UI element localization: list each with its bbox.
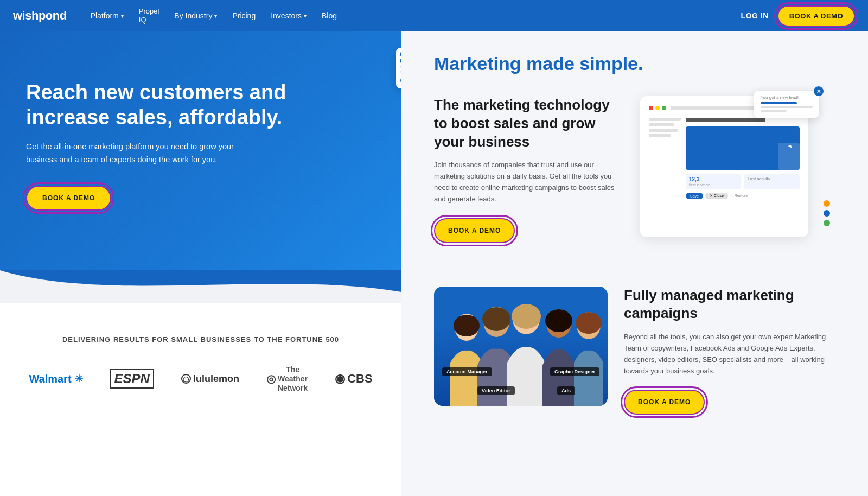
- book-demo-hero-button[interactable]: BOOK A DEMO: [26, 186, 111, 211]
- managed-content: Account Manager Graphic Designer Video E…: [434, 287, 835, 415]
- dashboard-mockup-area: 12,3 first named Last activity: [640, 96, 835, 237]
- dash-close-btn: ✕ Close: [705, 193, 728, 199]
- hero-content: Reach new customers and increase sales, …: [0, 31, 401, 270]
- mockup-btn-row: [400, 77, 401, 84]
- navbar: wishpond Platform ▾ PropelIQ By Industry…: [0, 0, 868, 31]
- nav-platform[interactable]: Platform ▾: [84, 7, 130, 24]
- nav-right: LOG IN BOOK A DEMO: [741, 5, 855, 27]
- team-illustration: [434, 287, 608, 406]
- sidebar-item: [649, 118, 681, 121]
- svg-point-10: [454, 315, 480, 336]
- dash-url-bar: [671, 106, 764, 110]
- dash-restore-link: ☞ Restore: [730, 194, 748, 198]
- managed-title: Fully managed marketing campaigns: [624, 287, 835, 323]
- dash-content: 12,3 first named Last activity: [649, 118, 800, 199]
- hero-subtitle: Get the all-in-one marketing platform yo…: [26, 141, 243, 166]
- float-card-close: ✕: [814, 86, 824, 96]
- boost-content: The marketing technology to boost sales …: [434, 96, 618, 243]
- dash-float-card: ✕ You got a new lead!: [754, 91, 819, 118]
- chevron-down-icon: ▾: [214, 13, 217, 19]
- dash-stat-item: 12,3 first named: [686, 174, 741, 189]
- mockup-cell: [400, 70, 401, 73]
- dash-blue-content: [686, 126, 800, 170]
- lululemon-circle-icon: ◯: [181, 374, 191, 384]
- marketing-simple-title: Marketing made simple.: [434, 53, 835, 74]
- book-demo-nav-button[interactable]: BOOK A DEMO: [777, 5, 855, 27]
- dash-activity-dots: [824, 200, 830, 226]
- dashboard-container: 12,3 first named Last activity: [640, 96, 835, 237]
- svg-point-12: [482, 307, 510, 331]
- logos-row: Walmart ✳ ESPN ◯ lululemon ◎ TheWeatherN…: [29, 365, 372, 392]
- wave-area: [0, 270, 401, 303]
- mockup-bar: [400, 52, 401, 56]
- nav-links: Platform ▾ PropelIQ By Industry ▾ Pricin…: [84, 3, 343, 28]
- weather-circle-icon: ◎: [266, 372, 276, 385]
- cbs-logo: ◉ CBS: [335, 372, 372, 386]
- lululemon-logo: ◯ lululemon: [181, 373, 239, 385]
- mockup-bar-short: [400, 59, 401, 63]
- sidebar-item: [649, 123, 674, 126]
- marketing-simple-section: Marketing made simple.: [401, 31, 868, 85]
- managed-text: Fully managed marketing campaigns Beyond…: [624, 287, 835, 415]
- book-demo-boost-button[interactable]: BOOK A DEMO: [434, 218, 515, 243]
- lower-left-section: DELIVERING RESULTS FOR SMALL BUSINESSES …: [0, 303, 401, 425]
- chevron-down-icon: ▾: [304, 13, 307, 19]
- hero-title: Reach new customers and increase sales, …: [26, 80, 297, 130]
- close-dot: [649, 106, 653, 110]
- managed-team-image: Account Manager Graphic Designer Video E…: [434, 287, 608, 406]
- boost-section: The marketing technology to boost sales …: [401, 85, 868, 265]
- right-column: Marketing made simple. The marketing tec…: [401, 31, 868, 496]
- hero-wave: [0, 270, 401, 303]
- svg-point-18: [576, 312, 602, 334]
- delivering-title: DELIVERING RESULTS FOR SMALL BUSINESSES …: [62, 335, 339, 344]
- dash-save-btn: Save: [686, 193, 703, 199]
- cbs-eye-icon: ◉: [335, 372, 345, 386]
- hero-mockup: [396, 48, 401, 88]
- page-layout: Reach new customers and increase sales, …: [0, 31, 868, 496]
- dash-sidebar: [649, 118, 681, 199]
- hero-section: Reach new customers and increase sales, …: [0, 31, 401, 270]
- dash-window-controls: [649, 106, 666, 110]
- svg-point-14: [512, 304, 541, 329]
- dash-bottom-row: Save ✕ Close ☞ Restore: [686, 193, 800, 199]
- weather-network-logo: ◎ TheWeatherNetwork: [266, 365, 308, 392]
- role-tag-ads: Ads: [557, 386, 575, 395]
- mockup-row: [400, 70, 401, 73]
- dash-main: 12,3 first named Last activity: [686, 118, 800, 199]
- login-button[interactable]: LOG IN: [741, 11, 769, 20]
- nav-investors[interactable]: Investors ▾: [264, 7, 313, 24]
- managed-description: Beyond all the tools, you can also get y…: [624, 332, 835, 377]
- activity-dot-green: [824, 220, 830, 226]
- mockup-cell: [400, 65, 401, 68]
- role-tag-graphic-designer: Graphic Designer: [550, 367, 599, 376]
- nav-propeliq[interactable]: PropelIQ: [132, 3, 166, 28]
- dash-stat-row: 12,3 first named Last activity: [686, 174, 800, 189]
- boost-title: The marketing technology to boost sales …: [434, 96, 618, 151]
- logo[interactable]: wishpond: [13, 9, 67, 23]
- nav-by-industry[interactable]: By Industry ▾: [168, 7, 224, 24]
- role-tag-account-manager: Account Manager: [442, 367, 492, 376]
- maximize-dot: [662, 106, 666, 110]
- book-demo-managed-button[interactable]: BOOK A DEMO: [624, 390, 705, 415]
- nav-pricing[interactable]: Pricing: [226, 7, 262, 24]
- mockup-row: [400, 65, 401, 68]
- walmart-star-icon: ✳: [75, 373, 83, 385]
- managed-section: Account Manager Graphic Designer Video E…: [401, 265, 868, 437]
- nav-blog[interactable]: Blog: [315, 7, 343, 24]
- walmart-logo: Walmart ✳: [29, 373, 82, 385]
- minimize-dot: [655, 106, 660, 110]
- activity-dot-orange: [824, 200, 830, 207]
- svg-point-16: [545, 309, 572, 332]
- dash-header-bar: [686, 118, 765, 122]
- sidebar-item: [649, 134, 671, 137]
- role-tag-video-editor: Video Editor: [477, 386, 515, 395]
- espn-logo: ESPN: [110, 369, 154, 389]
- dash-stat-item: Last activity: [744, 174, 800, 189]
- sidebar-item: [649, 129, 678, 132]
- left-column: Reach new customers and increase sales, …: [0, 31, 401, 496]
- chevron-down-icon: ▾: [121, 13, 124, 19]
- mockup-btn-primary: [400, 77, 401, 84]
- boost-description: Join thousands of companies that trust a…: [434, 160, 618, 205]
- dashboard-mockup: 12,3 first named Last activity: [640, 96, 808, 237]
- activity-dot-blue: [824, 210, 830, 217]
